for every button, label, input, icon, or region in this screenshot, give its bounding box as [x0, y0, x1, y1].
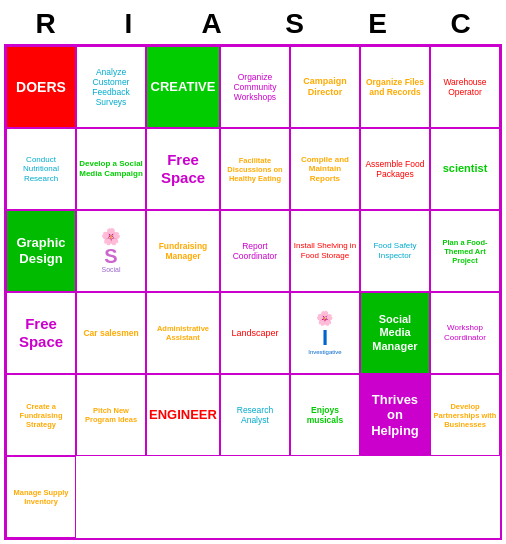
header-i: I [87, 8, 170, 40]
cell-r4c5[interactable]: Car salesmen [76, 292, 146, 374]
cell-r2c3[interactable]: Develop a Social Media Campaign [76, 128, 146, 210]
cell-r2c4[interactable]: FreeSpace [146, 128, 220, 210]
bingo-container: R I A S E C DOERS Analyze Customer Feedb… [0, 0, 506, 544]
cell-r3c3[interactable]: GraphicDesign [6, 210, 76, 292]
cell-r3c4-social[interactable]: 🌸 S Social [76, 210, 146, 292]
header-e: E [336, 8, 419, 40]
cell-r5c3[interactable]: Social Media Manager [360, 292, 430, 374]
social-icon: 🌸 S Social [101, 227, 121, 275]
cell-r4c1[interactable]: Install Shelving in Food Storage [290, 210, 360, 292]
cell-r3c2[interactable]: scientist [430, 128, 500, 210]
cell-r6c2[interactable]: Research Analyst [220, 374, 290, 456]
investigative-icon: 🌸 I Investigative [308, 310, 341, 356]
cell-r1c6[interactable]: Organize Files and Records [360, 46, 430, 128]
cell-r5c1[interactable]: Landscaper [220, 292, 290, 374]
cell-r5c5[interactable]: Create a Fundraising Strategy [6, 374, 76, 456]
cell-r6c4[interactable]: Thrives on Helping [360, 374, 430, 456]
cell-r4c2[interactable]: Food Safety Inspector [360, 210, 430, 292]
cell-r4c3[interactable]: Plan a Food-Themed Art Project [430, 210, 500, 292]
cell-r5c2-investigative[interactable]: 🌸 I Investigative [290, 292, 360, 374]
social-s: S [104, 246, 117, 266]
cell-r2c1[interactable]: Warehouse Operator [430, 46, 500, 128]
cell-r4c4[interactable]: FreeSpace [6, 292, 76, 374]
cell-r1c1[interactable]: DOERS [6, 46, 76, 128]
cell-r6c6[interactable]: Manage Supply Inventory [6, 456, 76, 538]
header-c: C [419, 8, 502, 40]
cell-r6c1[interactable]: ENGINEER [146, 374, 220, 456]
header-s: S [253, 8, 336, 40]
cell-r4c6[interactable]: Administrative Assistant [146, 292, 220, 374]
cell-r6c5[interactable]: Develop Partnerships with Businesses [430, 374, 500, 456]
cell-r2c6[interactable]: Compile and Maintain Reports [290, 128, 360, 210]
cell-r5c4[interactable]: Workshop Coordinator [430, 292, 500, 374]
investigative-i: I [322, 327, 328, 349]
cell-r2c2[interactable]: Conduct Nutritional Research [6, 128, 76, 210]
cell-r1c2[interactable]: Analyze Customer Feedback Surveys [76, 46, 146, 128]
header-r: R [4, 8, 87, 40]
cell-r6c3[interactable]: Enjoys musicals [290, 374, 360, 456]
bingo-grid: DOERS Analyze Customer Feedback Surveys … [4, 44, 502, 540]
cell-r3c5[interactable]: Fundraising Manager [146, 210, 220, 292]
cell-r1c5[interactable]: Campaign Director [290, 46, 360, 128]
header-row: R I A S E C [4, 4, 502, 44]
cell-r3c6[interactable]: Report Coordinator [220, 210, 290, 292]
header-a: A [170, 8, 253, 40]
cell-r5c6[interactable]: Pitch New Program Ideas [76, 374, 146, 456]
cell-r1c3[interactable]: CREATIVE [146, 46, 220, 128]
cell-r3c1[interactable]: Assemble Food Packages [360, 128, 430, 210]
cell-r2c5[interactable]: Facilitate Discussions on Healthy Eating [220, 128, 290, 210]
cell-r1c4[interactable]: Organize Community Workshops [220, 46, 290, 128]
